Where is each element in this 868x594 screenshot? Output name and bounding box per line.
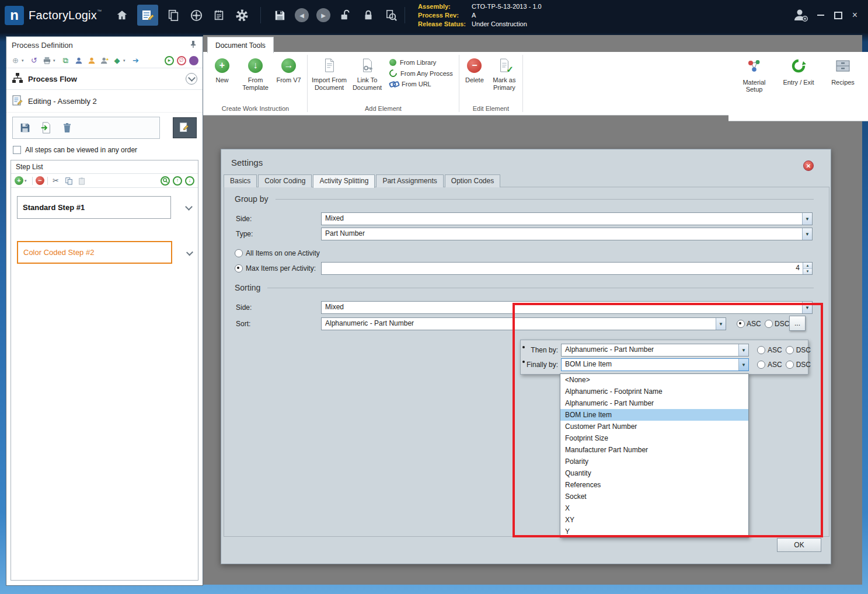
documents-icon[interactable] (166, 8, 181, 23)
zoom-step-icon[interactable] (161, 176, 170, 186)
undo-icon[interactable]: ↺ (29, 55, 39, 65)
close-button[interactable]: × (852, 11, 857, 20)
sorting-side-select[interactable]: Mixed▼ (321, 301, 813, 314)
dropdown-arrow-icon[interactable]: ▼ (802, 302, 812, 313)
dropdown-option[interactable]: Quantity (560, 467, 748, 479)
new-button[interactable]: + New (205, 57, 239, 84)
dropdown-option[interactable]: Customer Part Number (560, 421, 748, 432)
dropdown-option[interactable]: Polarity (560, 456, 748, 467)
from-url-link[interactable]: From URL (389, 81, 453, 88)
save-step-button[interactable] (16, 119, 34, 137)
dropdown-option[interactable]: <None> (560, 374, 748, 386)
dropdown-option[interactable]: Y (560, 526, 748, 537)
ok-button[interactable]: OK (777, 538, 821, 552)
export-icon[interactable]: ➔ (131, 55, 141, 65)
dropdown-option[interactable]: XY (560, 514, 748, 526)
dialog-close-icon[interactable]: ✕ (803, 160, 814, 171)
cut-icon[interactable]: ✂ (51, 176, 61, 186)
paste-icon[interactable] (76, 176, 86, 186)
copy-icon[interactable] (64, 176, 74, 186)
delete-document-button[interactable] (58, 119, 76, 137)
tab-activity-splitting[interactable]: Activity Splitting (313, 174, 375, 188)
then-by-dsc-radio[interactable] (786, 346, 794, 354)
dropdown-arrow-icon[interactable]: ▼ (716, 318, 726, 330)
package-menu-caret[interactable]: ▾ (123, 58, 128, 63)
add-icon[interactable]: ⊕ (11, 55, 20, 65)
tab-option-codes[interactable]: Option Codes (445, 174, 500, 187)
dropdown-arrow-icon[interactable]: ▼ (738, 359, 748, 371)
move-up-icon[interactable]: ↑ (173, 176, 182, 186)
add-step-caret[interactable]: ▾ (25, 179, 29, 183)
add-menu-caret[interactable]: ▾ (22, 58, 26, 63)
user-orange-icon[interactable] (86, 55, 96, 65)
dropdown-option[interactable]: Alphanumeric - Footprint Name (560, 386, 748, 397)
tab-part-assignments[interactable]: Part Assignments (376, 174, 443, 187)
dropdown-option[interactable]: Alphanumeric - Part Number (560, 397, 748, 409)
dropdown-option[interactable]: Footprint Size (560, 432, 748, 444)
dropdown-option[interactable]: References (560, 479, 748, 491)
spinner-down-icon[interactable]: ▼ (803, 269, 812, 275)
recipes-button[interactable]: Recipes (824, 58, 862, 121)
from-template-button[interactable]: ↓ From Template (239, 57, 272, 91)
step-expand-chevron[interactable] (186, 249, 193, 256)
dropdown-arrow-icon[interactable]: ▼ (802, 228, 812, 240)
finally-by-asc-radio[interactable] (757, 361, 765, 369)
unlock-icon[interactable] (338, 8, 353, 23)
sort-dsc-radio[interactable] (765, 320, 773, 328)
release-icon[interactable]: ▸ (165, 56, 174, 65)
tab-color-coding[interactable]: Color Coding (258, 174, 312, 187)
then-by-asc-radio[interactable] (757, 346, 765, 354)
record-icon[interactable] (189, 56, 198, 65)
then-by-select[interactable]: Alphanumeric - Part Number▼ (561, 344, 749, 357)
from-v7-button[interactable]: → From V7 (272, 57, 305, 84)
dropdown-option[interactable]: Manufacturer Part Number (560, 444, 748, 456)
side-select[interactable]: Mixed▼ (321, 212, 813, 225)
minimize-button[interactable] (817, 15, 824, 16)
notes-icon[interactable] (211, 8, 226, 23)
save-icon[interactable] (272, 8, 287, 23)
from-library-link[interactable]: From Library (389, 59, 453, 66)
move-down-icon[interactable]: ↓ (185, 176, 194, 186)
logout-user-icon[interactable] (792, 6, 809, 24)
type-select[interactable]: Part Number▼ (321, 228, 813, 240)
max-items-spinner[interactable]: 4 ▲▼ (321, 262, 813, 275)
finally-by-select[interactable]: BOM Line Item▼ (561, 358, 749, 371)
home-icon[interactable] (114, 8, 130, 23)
hold-icon[interactable]: ∅ (177, 56, 186, 65)
all-items-radio[interactable] (235, 249, 243, 257)
from-any-process-link[interactable]: From Any Process (389, 69, 453, 77)
spinner-up-icon[interactable]: ▲ (803, 263, 812, 269)
user-blue-icon[interactable] (74, 55, 83, 65)
package-icon[interactable]: ◆ (112, 55, 122, 65)
forward-icon[interactable]: ▶ (316, 8, 330, 22)
import-document-button[interactable] (37, 119, 55, 137)
material-setup-button[interactable]: Material Setup (735, 58, 773, 121)
back-icon[interactable]: ◀ (295, 8, 309, 22)
process-definition-icon[interactable] (137, 5, 158, 26)
collapse-icon[interactable] (186, 73, 197, 85)
entry-exit-button[interactable]: Entry / Exit (780, 58, 817, 121)
pin-icon[interactable] (189, 40, 197, 50)
dropdown-option-selected[interactable]: BOM Line Item (560, 409, 748, 421)
dropdown-arrow-icon[interactable]: ▼ (802, 213, 812, 225)
print-menu-caret[interactable]: ▾ (53, 58, 58, 63)
expand-tree-icon[interactable]: ⧉ (61, 55, 71, 65)
gear-icon[interactable] (234, 8, 249, 23)
lock-icon[interactable] (361, 8, 376, 23)
search-process-icon[interactable] (384, 8, 399, 23)
import-from-document-button[interactable]: Import From Document (309, 57, 349, 91)
dropdown-option[interactable]: Socket (560, 491, 748, 502)
user-star-icon[interactable]: ★ (99, 55, 109, 65)
tab-document-tools[interactable]: Document Tools (207, 37, 274, 53)
add-step-icon[interactable]: + (15, 176, 23, 185)
delete-element-button[interactable]: − Delete (461, 57, 488, 84)
edit-mode-button[interactable] (173, 117, 197, 138)
max-items-radio[interactable] (235, 264, 243, 272)
remove-step-icon[interactable]: − (36, 176, 44, 185)
sort-asc-radio[interactable] (737, 320, 745, 328)
dropdown-option[interactable]: X (560, 502, 748, 514)
more-sort-options-button[interactable]: ... (789, 316, 806, 331)
step-expand-chevron[interactable] (185, 203, 193, 211)
sort-select[interactable]: Alphanumeric - Part Number▼ (321, 317, 726, 330)
print-icon[interactable] (42, 55, 52, 65)
